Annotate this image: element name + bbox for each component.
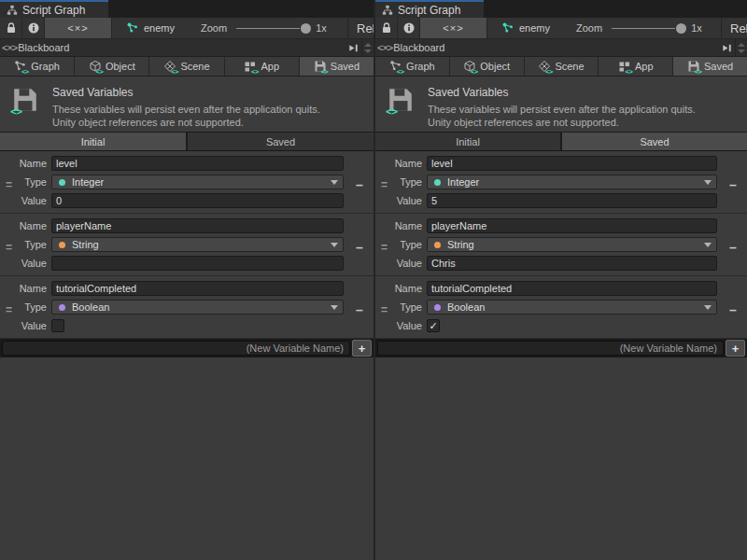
code-brackets-icon: <×> xyxy=(377,42,392,53)
add-variable-button[interactable]: + xyxy=(726,340,745,357)
type-dropdown[interactable]: Boolean xyxy=(427,300,717,315)
code-view-toggle[interactable]: <×> xyxy=(45,18,112,38)
floppy-icon-large xyxy=(11,86,41,116)
scroll-stepper[interactable] xyxy=(735,39,747,56)
zoom-slider-handle[interactable] xyxy=(676,23,686,34)
tab-initial[interactable]: Initial xyxy=(375,133,560,150)
new-variable-input[interactable] xyxy=(377,341,724,356)
type-dropdown[interactable]: Integer xyxy=(51,175,344,189)
zoom-slider[interactable] xyxy=(236,18,311,38)
drag-handle[interactable]: = xyxy=(381,175,388,194)
floppy-icon-large xyxy=(387,86,416,116)
type-dropdown[interactable]: Integer xyxy=(427,175,717,189)
variable-value-checkbox[interactable] xyxy=(51,319,64,332)
tab-app[interactable]: App xyxy=(599,57,673,76)
scroll-up-icon[interactable] xyxy=(364,43,372,47)
remove-variable-button[interactable]: – xyxy=(725,175,741,194)
zoom-slider-handle[interactable] xyxy=(301,23,311,34)
type-dropdown[interactable]: String xyxy=(51,237,344,252)
chevron-down-icon xyxy=(704,305,712,310)
tab-saved-scope[interactable]: Saved xyxy=(188,133,374,150)
variable-name-input[interactable] xyxy=(51,218,344,233)
dock-panel-button[interactable] xyxy=(718,42,735,54)
info-button[interactable] xyxy=(22,18,45,38)
tab-saved[interactable]: Saved xyxy=(673,57,747,76)
drag-handle[interactable]: = xyxy=(381,238,388,257)
empty-area xyxy=(375,357,747,560)
variable-name-input[interactable] xyxy=(51,156,344,171)
tab-graph[interactable]: Graph xyxy=(0,57,75,76)
new-variable-input[interactable] xyxy=(2,341,350,356)
variable-value-input[interactable] xyxy=(427,256,717,271)
blackboard-header: <×> Blackboard xyxy=(0,39,374,57)
scroll-down-icon[interactable] xyxy=(738,49,745,53)
relations-button[interactable]: Rela xyxy=(347,18,374,38)
name-label: Name xyxy=(0,158,47,169)
drag-handle[interactable]: = xyxy=(6,175,12,194)
tab-app[interactable]: App xyxy=(225,57,300,76)
remove-variable-button[interactable]: – xyxy=(351,238,368,257)
drag-handle[interactable]: = xyxy=(381,301,388,319)
zoom-slider[interactable] xyxy=(612,18,686,38)
name-label: Name xyxy=(0,283,47,294)
variable-name-input[interactable] xyxy=(427,281,717,296)
scroll-up-icon[interactable] xyxy=(738,43,745,47)
tab-label: Object xyxy=(480,61,510,72)
blackboard-title: Blackboard xyxy=(18,42,69,53)
variable-value-input[interactable] xyxy=(51,193,344,208)
dock-icon xyxy=(347,42,359,54)
info-button[interactable] xyxy=(398,18,420,38)
tab-label: Script Graph xyxy=(22,4,85,17)
floppy-icon xyxy=(687,60,700,73)
chevron-down-icon xyxy=(331,305,338,310)
type-value: String xyxy=(447,239,474,250)
remove-variable-button[interactable]: – xyxy=(725,301,741,319)
type-color-dot xyxy=(434,242,441,248)
remove-variable-button[interactable]: – xyxy=(725,238,741,257)
tab-graph[interactable]: Graph xyxy=(375,57,450,76)
tab-object[interactable]: Object xyxy=(450,57,525,76)
type-dropdown[interactable]: Boolean xyxy=(51,300,344,315)
variable-value-input[interactable] xyxy=(51,256,344,271)
dock-icon xyxy=(721,42,733,54)
variable-row-level: = – Name Type Integer Value xyxy=(0,151,374,214)
drag-handle[interactable]: = xyxy=(6,301,12,319)
new-variable-row: + xyxy=(375,339,747,357)
scroll-down-icon[interactable] xyxy=(364,49,372,53)
tab-saved-scope[interactable]: Saved xyxy=(562,133,747,150)
type-color-dot xyxy=(59,304,65,311)
tab-label: Script Graph xyxy=(398,4,460,17)
type-dropdown[interactable]: String xyxy=(427,237,717,252)
tab-initial[interactable]: Initial xyxy=(0,133,186,150)
variable-value-input[interactable] xyxy=(427,193,717,208)
tab-script-graph[interactable]: Script Graph xyxy=(0,0,108,18)
variable-name-input[interactable] xyxy=(51,281,344,296)
variable-value-checkbox[interactable]: ✓ xyxy=(427,319,440,332)
remove-variable-button[interactable]: – xyxy=(351,175,368,194)
graph-breadcrumb[interactable]: enemy xyxy=(501,18,550,38)
code-view-toggle[interactable]: <×> xyxy=(420,18,487,38)
add-variable-button[interactable]: + xyxy=(352,340,372,357)
variable-name-input[interactable] xyxy=(427,218,717,233)
tab-scene[interactable]: Scene xyxy=(525,57,599,76)
tab-saved[interactable]: Saved xyxy=(300,57,374,76)
graph-breadcrumb[interactable]: enemy xyxy=(126,18,175,38)
type-color-dot xyxy=(59,242,65,248)
lock-button[interactable] xyxy=(0,18,22,38)
name-label: Name xyxy=(375,283,422,294)
variable-row-playername: = – Name Type String Value xyxy=(0,214,374,276)
tab-label: Saved xyxy=(704,61,733,72)
drag-handle[interactable]: = xyxy=(6,238,12,257)
tab-object[interactable]: Object xyxy=(75,57,149,76)
tab-scene[interactable]: Scene xyxy=(149,57,224,76)
lock-button[interactable] xyxy=(375,18,398,38)
dock-panel-button[interactable] xyxy=(345,42,361,54)
scroll-stepper[interactable] xyxy=(361,39,374,56)
variable-row-tutorialcompleted: = – Name Type Boolean Value xyxy=(0,276,374,339)
tab-script-graph[interactable]: Script Graph xyxy=(375,0,484,18)
variable-name-input[interactable] xyxy=(427,156,717,171)
remove-variable-button[interactable]: – xyxy=(351,301,368,319)
relations-button[interactable]: Rela xyxy=(721,18,747,38)
chevron-down-icon xyxy=(704,243,712,247)
name-label: Name xyxy=(375,158,422,169)
